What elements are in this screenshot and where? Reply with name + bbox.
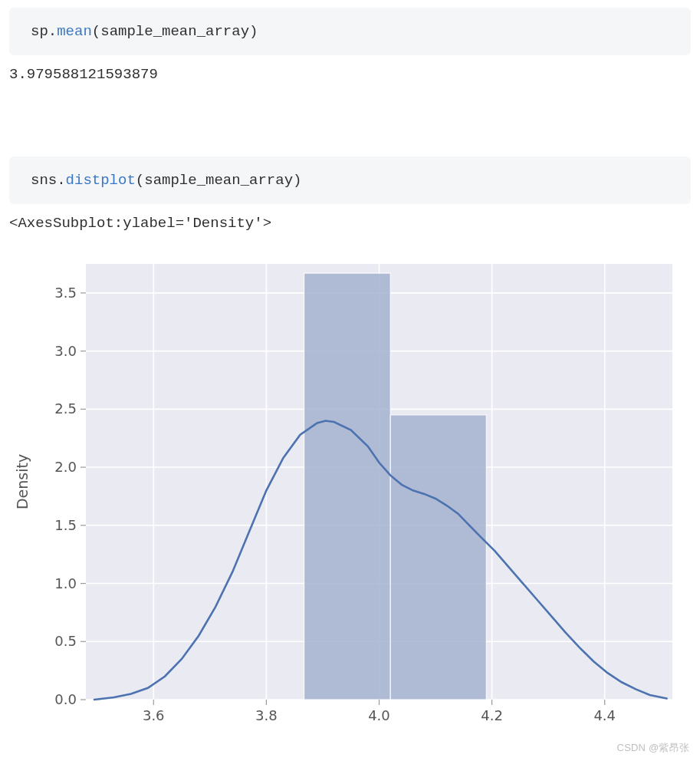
cell-output: 3.979588121593879 <box>9 66 691 83</box>
code-prefix: sp. <box>31 23 57 40</box>
y-tick-label: 2.0 <box>54 459 77 475</box>
y-tick-label: 0.0 <box>54 691 77 707</box>
x-tick-label: 4.2 <box>481 707 503 723</box>
x-tick-label: 3.6 <box>143 707 165 723</box>
x-tick-label: 4.4 <box>593 707 616 723</box>
code-func: mean <box>57 23 92 40</box>
code-suffix: (sample_mean_array) <box>92 23 258 40</box>
code-func: distplot <box>66 172 136 189</box>
distplot-chart: 0.00.51.01.52.02.53.03.53.63.84.04.24.4D… <box>9 255 684 730</box>
chart-container: 0.00.51.01.52.02.53.03.53.63.84.04.24.4D… <box>9 255 700 730</box>
code-prefix: sns. <box>31 172 66 189</box>
y-axis-label: Density <box>14 454 31 509</box>
y-tick-label: 1.5 <box>54 517 77 533</box>
cell-output: <AxesSubplot:ylabel='Density'> <box>9 215 691 232</box>
histogram-bar <box>390 415 486 700</box>
x-tick-label: 3.8 <box>255 707 278 723</box>
y-tick-label: 3.5 <box>54 285 77 301</box>
code-suffix: (sample_mean_array) <box>136 172 302 189</box>
code-cell: sp.mean(sample_mean_array) <box>9 8 691 55</box>
y-tick-label: 3.0 <box>54 343 77 359</box>
code-cell: sns.distplot(sample_mean_array) <box>9 156 691 204</box>
watermark: CSDN @紫昂张 <box>617 741 689 755</box>
histogram-bar <box>304 273 391 700</box>
y-tick-label: 0.5 <box>54 633 77 649</box>
y-tick-label: 1.0 <box>54 575 77 591</box>
x-tick-label: 4.0 <box>368 707 390 723</box>
y-tick-label: 2.5 <box>54 400 77 417</box>
